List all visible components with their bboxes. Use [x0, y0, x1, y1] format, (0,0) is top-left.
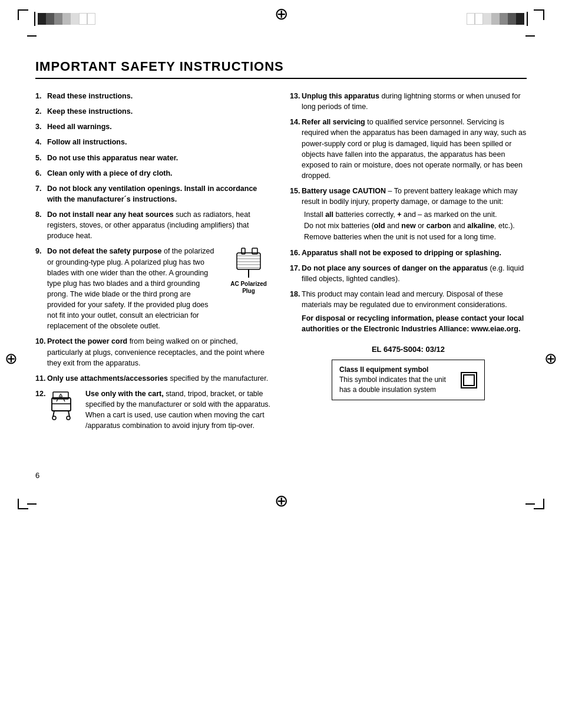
left-column: 1. Read these instructions. 2. Keep thes… [35, 91, 272, 436]
item-bold-text: Unplug this apparatus [302, 92, 379, 100]
item-number: 5. [35, 153, 41, 163]
left-instruction-list: 1. Read these instructions. 2. Keep thes… [35, 91, 272, 431]
disposal-text: For disposal or recycling information, p… [302, 313, 527, 334]
right-line-mark [527, 12, 528, 26]
class2-equipment-box: Class II equipment symbol This symbol in… [332, 360, 485, 400]
bottom-crosshair-icon: ⊕ [275, 491, 288, 510]
content-area: IMPORTANT SAFETY INSTRUCTIONS 1. Read th… [0, 47, 562, 459]
right-instruction-list: 13. Unplug this apparatus during lightni… [290, 91, 527, 334]
item-bold-text: Do not place any sources of danger on th… [302, 264, 488, 272]
item-normal-text: to qualified service personnel. Servicin… [302, 118, 526, 180]
class2-inner-square [463, 374, 475, 386]
list-item-9: 9. Do not defeat the safety purpose of t… [35, 246, 272, 331]
checker-block [491, 13, 500, 25]
cart-diagram [47, 391, 80, 426]
list-item: 5. Do not use this apparatus near water. [35, 153, 272, 163]
item-number: 18. [290, 289, 300, 299]
item-text: Heed all warnings. [47, 123, 112, 131]
item-bold-text: Refer all servicing [302, 118, 365, 126]
class2-description: This symbol indicates that the unit has … [339, 375, 446, 394]
item9-normal: of the polarized or grounding-type plug.… [47, 247, 214, 330]
item-number: 14. [290, 117, 300, 127]
item9-text: Do not defeat the safety purpose of the … [47, 246, 219, 331]
title-rule [35, 78, 527, 79]
el-number: EL 6475-S004: 03/12 [290, 345, 527, 354]
left-margin-crosshair: ⊕ [5, 350, 18, 368]
list-item: 8. Do not install near any heat sources … [35, 209, 272, 241]
item-text: Follow all instructions. [47, 138, 127, 146]
list-item: 3. Heed all warnings. [35, 121, 272, 132]
item-number: 13. [290, 91, 300, 101]
svg-rect-9 [52, 398, 71, 411]
svg-point-19 [61, 396, 61, 397]
top-line-row [0, 33, 562, 47]
page-number: 6 [35, 471, 39, 480]
checker-block [62, 13, 71, 25]
item-number: 3. [35, 121, 41, 132]
right-checker-strip [467, 12, 528, 26]
checker-block [467, 13, 475, 25]
item-number: 6. [35, 168, 41, 179]
item-number: 10. [35, 336, 45, 347]
svg-point-14 [67, 416, 70, 420]
list-item: 13. Unplug this apparatus during lightni… [290, 91, 527, 112]
top-short-line-right [525, 35, 535, 37]
battery-item: Do not mix batteries (old and new or car… [304, 220, 527, 232]
item-number: 12. [35, 388, 45, 399]
item-text: Do not use this apparatus near water. [47, 154, 178, 162]
item-number: 11. [35, 373, 45, 384]
item-normal-text: specified by the manufacturer. [170, 374, 268, 383]
checker-block [38, 13, 46, 25]
corner-mark-tl [18, 9, 28, 20]
item-text: Clean only with a piece of dry cloth. [47, 169, 173, 177]
item-number: 16. [290, 248, 300, 258]
item-number: 1. [35, 91, 41, 101]
item-number: 4. [35, 137, 41, 147]
battery-item: Remove batteries when the unit is not us… [304, 232, 527, 243]
item-text: Keep these instructions. [47, 107, 133, 116]
bottom-short-line-right [525, 503, 535, 505]
item-text: Do not block any ventilation openings. I… [47, 185, 257, 203]
list-item: 16. Apparatus shall not be exposed to dr… [290, 248, 527, 258]
item12-content: Use only with the cart, stand, tripod, b… [47, 388, 272, 431]
two-column-layout: 1. Read these instructions. 2. Keep thes… [35, 91, 527, 436]
cart-svg [47, 391, 80, 423]
checker-block [79, 13, 87, 25]
class2-label: Class II equipment symbol [339, 365, 428, 374]
battery-items: Install all batteries correctly, + and –… [302, 209, 527, 242]
checker-block [54, 13, 62, 25]
item-bold-text: Battery usage CAUTION [302, 187, 386, 195]
checker-block [500, 13, 508, 25]
bottom-short-line-left [27, 503, 37, 505]
corner-mark-br [534, 499, 544, 509]
right-margin-crosshair: ⊕ [544, 350, 557, 368]
item12-text: Use only with the cart, stand, tripod, b… [85, 388, 272, 431]
item-normal-text: This product may contain lead and mercur… [302, 290, 507, 309]
item-number: 7. [35, 183, 41, 194]
battery-item: Install all batteries correctly, + and –… [304, 209, 527, 220]
item-number: 17. [290, 263, 300, 274]
list-item-12: 12. [35, 388, 272, 431]
list-item: 18. This product may contain lead and me… [290, 289, 527, 335]
checker-block [508, 13, 516, 25]
class2-symbol [461, 372, 477, 388]
list-item-15: 15. Battery usage CAUTION – To prevent b… [290, 186, 527, 243]
item-bold-text: Do not install near any heat sources [47, 210, 174, 219]
checker-block [87, 13, 95, 25]
item-number: 2. [35, 106, 41, 117]
list-item: 6. Clean only with a piece of dry cloth. [35, 168, 272, 179]
list-item: 2. Keep these instructions. [35, 106, 272, 117]
list-item: 4. Follow all instructions. [35, 137, 272, 147]
list-item: 11. Only use attachments/accessories spe… [35, 373, 272, 384]
checker-block [71, 13, 79, 25]
item-number: 9. [35, 246, 41, 256]
item-bold-text: Protect the power cord [47, 337, 127, 345]
item9-bold: Do not defeat the safety purpose [47, 247, 161, 255]
page: ⊕ ⊕ ⊕ IMPORTANT SAFETY INSTRUCTIONS [0, 0, 562, 728]
ac-plug-label: AC PolarizedPlug [230, 281, 267, 295]
left-line-mark [34, 12, 35, 26]
corner-mark-tr [534, 9, 544, 20]
left-checker-strip [34, 12, 95, 26]
item12-bold: Use only with the cart, [85, 390, 164, 398]
list-item: 17. Do not place any sources of danger o… [290, 263, 527, 284]
